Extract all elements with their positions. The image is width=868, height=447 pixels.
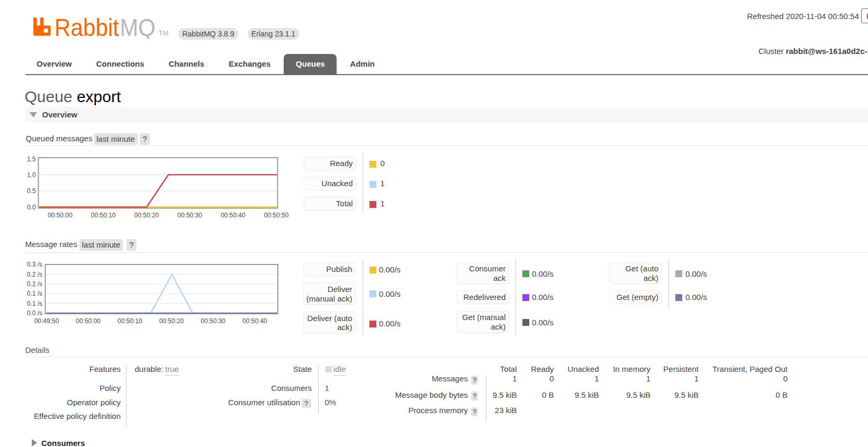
svg-text:00:50:10: 00:50:10	[117, 317, 142, 325]
svg-text:0.1 /s: 0.1 /s	[27, 300, 42, 307]
svg-text:00:50:00: 00:50:00	[48, 212, 73, 219]
svg-text:TM: TM	[159, 29, 169, 37]
svg-text:00:50:20: 00:50:20	[159, 317, 184, 325]
svg-text:00:50:00: 00:50:00	[76, 317, 101, 325]
svg-text:Rabbit: Rabbit	[55, 15, 119, 39]
svg-text:00:50:40: 00:50:40	[221, 212, 246, 219]
svg-text:00:50:20: 00:50:20	[134, 212, 159, 219]
svg-text:1.0: 1.0	[27, 171, 36, 179]
svg-text:1.5: 1.5	[27, 156, 36, 163]
svg-text:00:50:30: 00:50:30	[201, 317, 225, 325]
svg-text:MQ: MQ	[120, 15, 156, 39]
svg-text:0.2 /s: 0.2 /s	[27, 280, 42, 288]
svg-text:0.5: 0.5	[27, 187, 36, 195]
svg-text:0.1 /s: 0.1 /s	[27, 290, 42, 297]
svg-text:0.2 /s: 0.2 /s	[27, 271, 42, 278]
svg-text:00:49:50: 00:49:50	[34, 317, 59, 325]
svg-text:00:50:30: 00:50:30	[177, 212, 202, 219]
svg-text:00:50:10: 00:50:10	[91, 212, 116, 219]
svg-text:0.0 /s: 0.0 /s	[27, 309, 42, 317]
svg-text:00:50:50: 00:50:50	[264, 212, 289, 219]
svg-text:00:50:40: 00:50:40	[242, 317, 267, 325]
svg-text:0.3 /s: 0.3 /s	[27, 261, 42, 268]
svg-text:0.0: 0.0	[27, 204, 36, 211]
